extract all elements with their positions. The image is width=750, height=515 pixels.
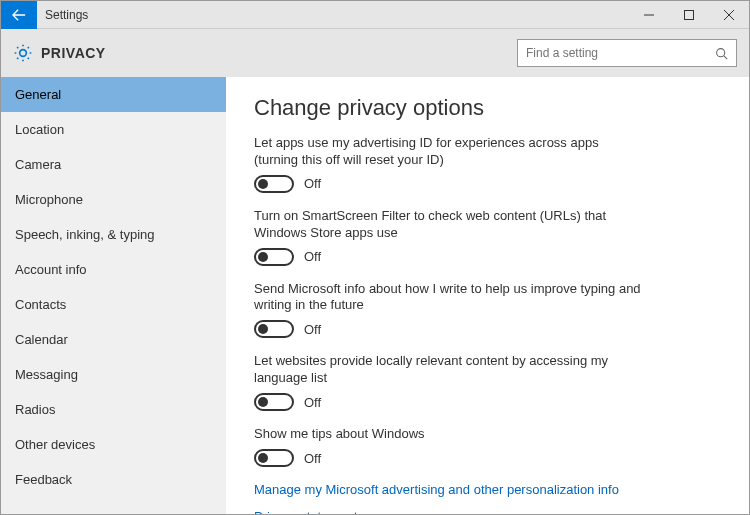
option-desc: Send Microsoft info about how I write to… xyxy=(254,281,644,315)
link-privacy-statement[interactable]: Privacy statement xyxy=(254,509,721,514)
toggle-label: Off xyxy=(304,451,321,466)
header-left: PRIVACY xyxy=(13,43,106,63)
toggle-label: Off xyxy=(304,176,321,191)
sidebar-item-label: General xyxy=(15,87,61,102)
back-button[interactable] xyxy=(1,1,37,29)
sidebar-item-general[interactable]: General xyxy=(1,77,226,112)
option-desc: Turn on SmartScreen Filter to check web … xyxy=(254,208,644,242)
toggle-knob xyxy=(258,453,268,463)
minimize-button[interactable] xyxy=(629,1,669,29)
sidebar: General Location Camera Microphone Speec… xyxy=(1,77,226,514)
toggle-label: Off xyxy=(304,322,321,337)
search-input[interactable] xyxy=(526,46,715,60)
sidebar-item-label: Speech, inking, & typing xyxy=(15,227,154,242)
sidebar-item-location[interactable]: Location xyxy=(1,112,226,147)
close-icon xyxy=(724,10,734,20)
sidebar-item-label: Calendar xyxy=(15,332,68,347)
page-title: PRIVACY xyxy=(41,45,106,61)
option-desc: Show me tips about Windows xyxy=(254,426,644,443)
sidebar-item-contacts[interactable]: Contacts xyxy=(1,287,226,322)
option-language-list: Let websites provide locally relevant co… xyxy=(254,353,721,411)
toggle-knob xyxy=(258,252,268,262)
sidebar-item-microphone[interactable]: Microphone xyxy=(1,182,226,217)
sidebar-item-other-devices[interactable]: Other devices xyxy=(1,427,226,462)
toggle-language-list[interactable] xyxy=(254,393,294,411)
minimize-icon xyxy=(644,10,654,20)
content-title: Change privacy options xyxy=(254,95,721,121)
option-desc: Let apps use my advertising ID for exper… xyxy=(254,135,644,169)
toggle-row: Off xyxy=(254,175,721,193)
maximize-button[interactable] xyxy=(669,1,709,29)
close-button[interactable] xyxy=(709,1,749,29)
svg-rect-0 xyxy=(685,10,694,19)
toggle-row: Off xyxy=(254,393,721,411)
sidebar-item-radios[interactable]: Radios xyxy=(1,392,226,427)
sidebar-item-label: Other devices xyxy=(15,437,95,452)
search-icon xyxy=(715,47,728,60)
toggle-typing-info[interactable] xyxy=(254,320,294,338)
maximize-icon xyxy=(684,10,694,20)
option-desc: Let websites provide locally relevant co… xyxy=(254,353,644,387)
toggle-label: Off xyxy=(304,249,321,264)
sidebar-item-label: Location xyxy=(15,122,64,137)
option-smartscreen: Turn on SmartScreen Filter to check web … xyxy=(254,208,721,266)
sidebar-item-feedback[interactable]: Feedback xyxy=(1,462,226,497)
header: PRIVACY xyxy=(1,29,749,77)
sidebar-item-speech[interactable]: Speech, inking, & typing xyxy=(1,217,226,252)
sidebar-item-account-info[interactable]: Account info xyxy=(1,252,226,287)
search-box[interactable] xyxy=(517,39,737,67)
window-controls xyxy=(629,1,749,29)
sidebar-item-messaging[interactable]: Messaging xyxy=(1,357,226,392)
option-typing-info: Send Microsoft info about how I write to… xyxy=(254,281,721,339)
toggle-row: Off xyxy=(254,449,721,467)
toggle-tips[interactable] xyxy=(254,449,294,467)
option-advertising-id: Let apps use my advertising ID for exper… xyxy=(254,135,721,193)
gear-icon xyxy=(13,43,33,63)
arrow-left-icon xyxy=(12,8,26,22)
toggle-row: Off xyxy=(254,320,721,338)
sidebar-item-camera[interactable]: Camera xyxy=(1,147,226,182)
sidebar-item-label: Radios xyxy=(15,402,55,417)
sidebar-item-label: Account info xyxy=(15,262,87,277)
toggle-knob xyxy=(258,397,268,407)
sidebar-item-label: Messaging xyxy=(15,367,78,382)
sidebar-item-calendar[interactable]: Calendar xyxy=(1,322,226,357)
titlebar: Settings xyxy=(1,1,749,29)
content: Change privacy options Let apps use my a… xyxy=(226,77,749,514)
toggle-advertising-id[interactable] xyxy=(254,175,294,193)
toggle-knob xyxy=(258,324,268,334)
toggle-smartscreen[interactable] xyxy=(254,248,294,266)
sidebar-item-label: Feedback xyxy=(15,472,72,487)
link-manage-advertising[interactable]: Manage my Microsoft advertising and othe… xyxy=(254,482,721,497)
sidebar-item-label: Contacts xyxy=(15,297,66,312)
svg-point-1 xyxy=(717,48,725,56)
sidebar-item-label: Microphone xyxy=(15,192,83,207)
toggle-label: Off xyxy=(304,395,321,410)
window-title: Settings xyxy=(37,8,629,22)
toggle-knob xyxy=(258,179,268,189)
toggle-row: Off xyxy=(254,248,721,266)
option-tips: Show me tips about Windows Off xyxy=(254,426,721,467)
body: General Location Camera Microphone Speec… xyxy=(1,77,749,514)
sidebar-item-label: Camera xyxy=(15,157,61,172)
